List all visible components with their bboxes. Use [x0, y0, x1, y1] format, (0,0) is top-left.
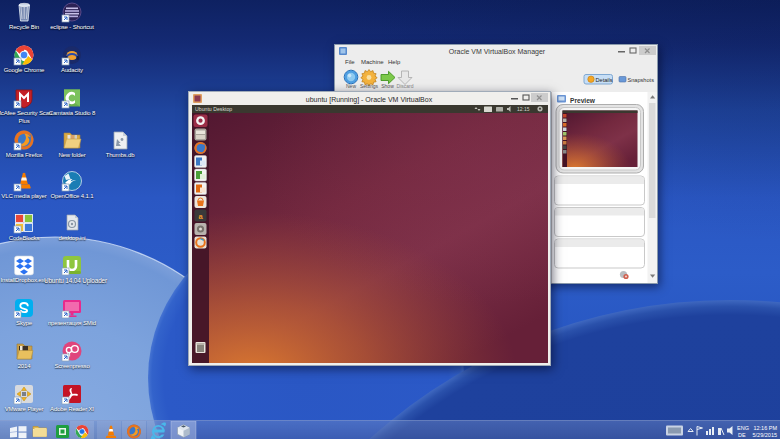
svg-text:File: File	[345, 59, 355, 65]
svg-text:Preview: Preview	[570, 97, 596, 104]
svg-text:Show: Show	[381, 83, 394, 89]
svg-text:5/29/2015: 5/29/2015	[753, 432, 777, 438]
svg-text:12:15: 12:15	[517, 106, 530, 112]
svg-text:Details: Details	[596, 77, 613, 83]
svg-text:ubuntu [Running] - Oracle VM V: ubuntu [Running] - Oracle VM VirtualBox	[306, 96, 433, 104]
svg-text:New: New	[346, 83, 356, 89]
svg-text:12:16 PM: 12:16 PM	[753, 425, 777, 431]
svg-text:Ubuntu Desktop: Ubuntu Desktop	[195, 106, 232, 112]
svg-text:Settings: Settings	[360, 83, 379, 89]
svg-text:Oracle VM VirtualBox Manager: Oracle VM VirtualBox Manager	[449, 48, 546, 56]
svg-text:Snapshots: Snapshots	[628, 77, 655, 83]
svg-text:DE: DE	[738, 432, 746, 438]
svg-text:Discard: Discard	[397, 83, 414, 89]
svg-text:ENG: ENG	[737, 425, 749, 431]
svg-text:Help: Help	[388, 59, 401, 65]
svg-text:Machine: Machine	[361, 59, 384, 65]
